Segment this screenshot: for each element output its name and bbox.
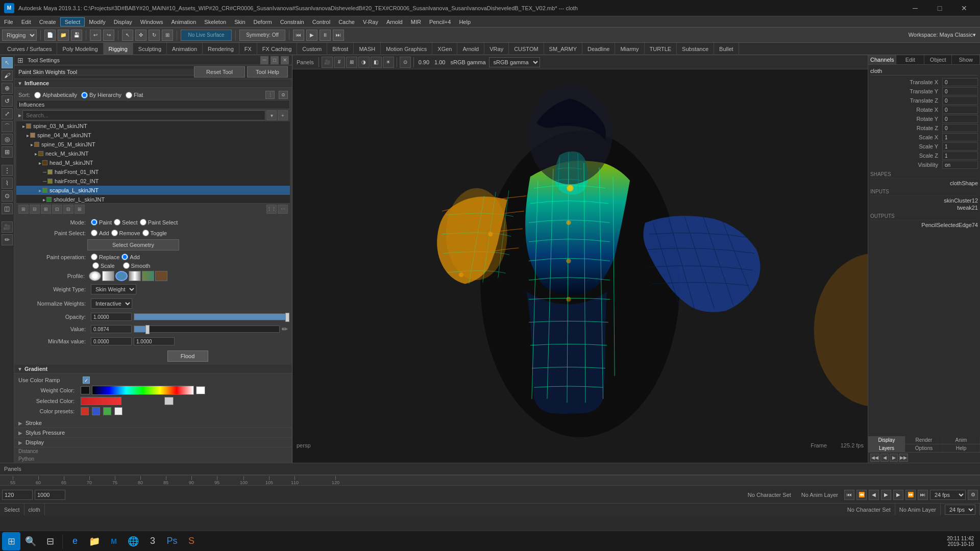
- tab-poly-modeling[interactable]: Poly Modeling: [57, 43, 103, 55]
- menu-arnold[interactable]: Arnold: [382, 18, 407, 26]
- select-tool-btn[interactable]: ↖: [122, 30, 133, 41]
- min-value-input[interactable]: [91, 337, 132, 345]
- scale-tool-btn[interactable]: ⊞: [162, 30, 173, 41]
- show-manipulator[interactable]: ⊞: [2, 146, 13, 158]
- tab-fx-caching[interactable]: FX Caching: [257, 43, 297, 55]
- play-start-btn[interactable]: ⏮: [844, 490, 854, 500]
- subtab-display[interactable]: Display: [868, 436, 905, 444]
- camera-tool[interactable]: 🎥: [2, 221, 13, 233]
- playback-play-btn[interactable]: ▶: [306, 30, 317, 41]
- skin-cluster-item[interactable]: skinCluster12: [944, 197, 978, 204]
- viewport-canvas[interactable]: persp Frame 125.2 fps: [292, 69, 868, 453]
- profile-btn-2[interactable]: [102, 271, 114, 281]
- rp-nav-prev[interactable]: ◀◀: [870, 454, 879, 462]
- vp-textured-btn[interactable]: ◧: [371, 57, 382, 68]
- op-add[interactable]: Add: [121, 254, 140, 260]
- viewport[interactable]: Panels 🎥 # ⊞ ◑ ◧ ☀ ⊙ 0.90 1.00 sRGB gamm…: [292, 55, 868, 463]
- selected-color-handle[interactable]: [164, 397, 174, 405]
- menu-create[interactable]: Create: [35, 18, 60, 26]
- play-btn[interactable]: ▶: [881, 490, 891, 500]
- annotation-tool[interactable]: ✏: [2, 234, 13, 245]
- redo-btn[interactable]: ↪: [103, 30, 114, 41]
- preset-white[interactable]: [114, 407, 122, 415]
- weight-color-black[interactable]: [81, 386, 90, 394]
- subtab-layers[interactable]: Layers: [868, 444, 905, 452]
- pencil-edge-item[interactable]: PencilSelectedEdge74: [921, 222, 978, 228]
- select-tool[interactable]: ↖: [2, 57, 13, 68]
- menu-display[interactable]: Display: [110, 18, 136, 26]
- display-section[interactable]: ▶ Display: [14, 438, 292, 447]
- rotate-tool-btn[interactable]: ↻: [149, 30, 160, 41]
- workspace-select[interactable]: Rigging: [2, 30, 37, 41]
- search-add-btn[interactable]: +: [278, 110, 288, 120]
- op-smooth[interactable]: Smooth: [123, 262, 151, 269]
- subtab-render[interactable]: Render: [905, 436, 943, 444]
- snap-surface[interactable]: ◫: [2, 203, 13, 214]
- tab-animation[interactable]: Animation: [167, 43, 203, 55]
- influence-settings-btn[interactable]: ⚙: [279, 91, 288, 99]
- weight-color-white[interactable]: [196, 386, 205, 394]
- influence-list[interactable]: ▸ spine_03_M_skinJNT ▸ spine_04_M_skinJN…: [16, 121, 290, 203]
- stylus-section[interactable]: ▶ Stylus Pressure: [14, 428, 292, 438]
- list-tb-btn3[interactable]: ⊞: [41, 205, 51, 214]
- inf-item-spine03[interactable]: ▸ spine_03_M_skinJNT: [16, 121, 290, 131]
- vp-lighting-btn[interactable]: ☀: [383, 57, 394, 68]
- chrome-icon[interactable]: 🌐: [124, 532, 142, 550]
- ps-remove[interactable]: Remove: [111, 230, 140, 236]
- tab-arnold[interactable]: Arnold: [457, 43, 484, 55]
- subtab-options[interactable]: Options: [905, 444, 943, 452]
- sort-by-hierarchy[interactable]: By Hierarchy: [81, 92, 121, 98]
- playback-end-btn[interactable]: ⏭: [333, 30, 344, 41]
- substance-icon-taskbar[interactable]: S: [182, 532, 201, 550]
- soft-select-tool[interactable]: ◎: [2, 134, 13, 145]
- normalize-select[interactable]: Interactive: [91, 298, 132, 309]
- panel-minimize-btn[interactable]: ─: [260, 56, 268, 64]
- influence-section-header[interactable]: ▼ Influence: [14, 79, 292, 88]
- tab-sculpting[interactable]: Sculpting: [133, 43, 167, 55]
- skin-cluster-row[interactable]: skinCluster12: [870, 197, 978, 204]
- snap-grid[interactable]: ⋮: [2, 165, 13, 176]
- inf-item-spine05[interactable]: ▸ spine_05_M_skinJNT: [16, 140, 290, 149]
- preset-green[interactable]: [103, 407, 111, 415]
- taskview-btn[interactable]: ⊟: [41, 532, 59, 550]
- translate-z-val[interactable]: 0: [942, 96, 978, 105]
- select-geometry-btn[interactable]: Select Geometry: [87, 239, 179, 251]
- gradient-section-header[interactable]: ▼ Gradient: [14, 365, 292, 373]
- tab-motion-graphics[interactable]: Motion Graphics: [381, 43, 432, 55]
- inf-item-head[interactable]: ▸ head_M_skinJNT: [16, 158, 290, 167]
- vp-iso-btn[interactable]: ⊙: [400, 57, 411, 68]
- menu-control[interactable]: Control: [308, 18, 334, 26]
- sort-alpha-radio[interactable]: [34, 92, 41, 98]
- tab-custom[interactable]: Custom: [297, 43, 327, 55]
- rp-nav-back[interactable]: ◀: [880, 454, 889, 462]
- mode-paint-select[interactable]: Paint Select: [140, 219, 178, 226]
- menu-animation[interactable]: Animation: [167, 18, 200, 26]
- tab-edit[interactable]: Edit: [896, 55, 924, 64]
- tweak-row[interactable]: tweak21: [870, 204, 978, 211]
- preset-red[interactable]: [81, 407, 89, 415]
- list-columns-btn[interactable]: ⋮⋮: [266, 205, 277, 214]
- inf-item-shoulder[interactable]: ▸ shoulder_L_skinJNT: [16, 195, 290, 203]
- preset-blue[interactable]: [92, 407, 100, 415]
- vp-grid-btn[interactable]: #: [334, 57, 345, 68]
- opacity-slider[interactable]: [134, 313, 288, 320]
- pencil-edge-row[interactable]: PencilSelectedEdge74: [870, 221, 978, 229]
- tool-help-btn[interactable]: Tool Help: [247, 66, 288, 78]
- op-scale[interactable]: Scale: [92, 262, 115, 269]
- ps-toggle[interactable]: Toggle: [142, 230, 167, 236]
- cloth-shape-item[interactable]: clothShape: [950, 180, 978, 186]
- weight-type-select[interactable]: Skin Weight: [91, 284, 136, 294]
- no-live-surface-btn[interactable]: No Live Surface: [181, 30, 232, 41]
- sort-hier-radio[interactable]: [81, 92, 88, 98]
- reset-tool-btn[interactable]: Reset Tool: [194, 66, 245, 78]
- tab-object[interactable]: Object: [924, 55, 952, 64]
- timeline-ruler[interactable]: 55 60 65 70 75 80 85 90 95 100 105 110 1…: [0, 475, 980, 486]
- playback-start-btn[interactable]: ⏮: [293, 30, 304, 41]
- move-tool-btn[interactable]: ✜: [135, 30, 146, 41]
- edge-icon[interactable]: e: [66, 532, 84, 550]
- tab-vray[interactable]: VRay: [484, 43, 509, 55]
- inf-item-scapula[interactable]: ▸ scapula_L_skinJNT: [16, 186, 290, 195]
- start-btn[interactable]: ⊞: [2, 532, 20, 550]
- tab-bullet[interactable]: Bullet: [714, 43, 739, 55]
- scale-tool[interactable]: ⤢: [2, 108, 13, 119]
